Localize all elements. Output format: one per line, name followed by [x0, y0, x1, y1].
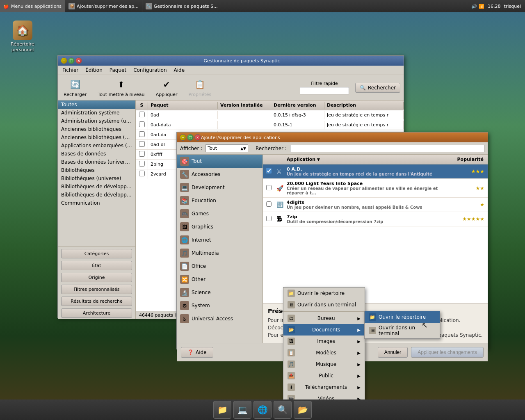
menu-aide[interactable]: Aide	[171, 66, 187, 74]
menu-configuration[interactable]: Configuration	[131, 66, 169, 74]
ctx-item-images[interactable]: 🖼 Images ▶	[283, 336, 365, 347]
ctx-item-ouvrir-rep[interactable]: 📁 Ouvrir le répertoire	[283, 288, 365, 299]
app-row-0ad[interactable]: ⚔ 0 A.D. Un jeu de stratégie en temps ré…	[263, 164, 488, 179]
submenu-item-ouvrir-rep[interactable]: 📁 Ouvrir le répertoire	[365, 311, 440, 323]
app-row-7zip[interactable]: 🗜 7zip Outil de compression/décompressio…	[263, 212, 488, 226]
pkg-check-0ad-da[interactable]	[139, 131, 145, 137]
rechercher-input[interactable]	[290, 145, 484, 152]
cat-office[interactable]: 📄 Office	[177, 260, 262, 273]
taskbar-btn-browser[interactable]: 🌐	[253, 401, 272, 419]
cat-tout[interactable]: 🎯 Tout	[177, 155, 262, 168]
col-paquet[interactable]: Paquet	[148, 102, 218, 109]
ctx-item-public[interactable]: 📤 Public ▶	[283, 370, 365, 381]
pkg-check-2vcard[interactable]	[139, 171, 145, 176]
sidebar-etat-btn[interactable]: État	[61, 261, 132, 270]
submenu-folder-icon: 📁	[369, 313, 376, 321]
sidebar-resultats-btn[interactable]: Résultats de recherche	[61, 297, 132, 306]
sidebar-filtres-btn[interactable]: Filtres personnalisés	[61, 285, 132, 294]
cat-internet[interactable]: 🌐 Internet	[177, 233, 262, 247]
sidebar-item-bases-db[interactable]: Bases de données	[58, 150, 135, 158]
toolbar-tout-mettre[interactable]: ⬆ Tout mettre à niveau	[95, 77, 147, 98]
col-latest[interactable]: Dernière version	[271, 102, 324, 109]
ctx-item-modeles[interactable]: 📋 Modèles ▶	[283, 347, 365, 358]
app-check-20000[interactable]	[266, 185, 272, 190]
taskbar-btn-folder[interactable]: 📂	[294, 401, 312, 419]
cat-graphics[interactable]: 🖼 Graphics	[177, 220, 262, 233]
app-row-20000[interactable]: 🚀 20.000 Light Years Into Space Créer un…	[263, 179, 488, 198]
menu-icon: 🍎	[3, 4, 9, 9]
sidebar-item-ancien-lib[interactable]: Anciennes bibliothèques	[58, 125, 135, 133]
col-app-name[interactable]: Application ▼	[283, 156, 447, 163]
sidebar-categories-btn[interactable]: Catégories	[61, 249, 132, 258]
app-check-4digits[interactable]	[266, 201, 272, 207]
sidebar-origine-btn[interactable]: Origine	[61, 273, 132, 282]
sidebar-item-biblio-univ[interactable]: Bibliothèques (universe)	[58, 174, 135, 183]
afficher-arrow-icon: ▲▼	[240, 146, 246, 151]
menu-fichier[interactable]: Fichier	[60, 66, 81, 74]
footer-help-btn[interactable]: ❓ Aide	[181, 347, 213, 358]
task-item-addremove[interactable]: 📦 Ajouter/supprimer des ap...	[65, 0, 142, 12]
pkg-row-0ad-data[interactable]: 0ad-data 0.0.15-1 Jeu de stratégie en te…	[136, 120, 404, 130]
app-menu-button[interactable]: 🍎 Menu des applications	[0, 0, 65, 12]
synaptic-close-btn[interactable]: ×	[75, 57, 82, 64]
cat-development[interactable]: 💻 Development	[177, 181, 262, 194]
pkg-check-2ping[interactable]	[139, 161, 145, 167]
cat-universal-access[interactable]: ♿ Universal Access	[177, 312, 262, 325]
cat-other[interactable]: 🔀 Other	[177, 273, 262, 286]
addremove-minimize-btn[interactable]: −	[180, 134, 186, 141]
col-app-pop[interactable]: Popularité	[447, 156, 488, 163]
annuler-button[interactable]: Annuler	[378, 347, 408, 358]
taskbar-btn-files[interactable]: 📁	[213, 401, 231, 419]
sidebar-item-biblio-dev[interactable]: Bibliothèques de développeme	[58, 183, 135, 191]
cat-multimedia[interactable]: 🎵 Multimedia	[177, 247, 262, 260]
ctx-item-terminal[interactable]: 🖥 Ouvrir dans un terminal	[283, 299, 365, 310]
ctx-item-documents[interactable]: 📂 Documents ▶	[283, 324, 365, 336]
cat-science[interactable]: 🔬 Science	[177, 286, 262, 299]
ctx-item-musique[interactable]: 🎵 Musique ▶	[283, 358, 365, 370]
app-check-7zip[interactable]	[266, 216, 272, 221]
synaptic-minimize-btn[interactable]: −	[61, 57, 67, 64]
cat-system[interactable]: ⚙ System	[177, 299, 262, 312]
toolbar-recharger[interactable]: 🔄 Recharger	[61, 77, 89, 98]
toolbar-proprietes[interactable]: 📋 Propriétés	[186, 77, 214, 98]
ctx-item-telechargements[interactable]: ⬇ Téléchargements ▶	[283, 381, 365, 393]
addremove-close-btn[interactable]: ×	[194, 134, 201, 141]
pkg-check-0xffff[interactable]	[139, 151, 145, 157]
submenu-item-terminal[interactable]: 🖥 Ouvrir dans un terminal	[365, 323, 440, 338]
menu-edition[interactable]: Édition	[83, 66, 105, 74]
col-installed[interactable]: Version installée	[218, 102, 271, 109]
taskbar-btn-terminal[interactable]: 💻	[233, 401, 251, 419]
synaptic-maximize-btn[interactable]: □	[68, 57, 75, 64]
filtre-input[interactable]	[300, 87, 349, 94]
sidebar-item-bases-db-univ[interactable]: Bases de données (universe)	[58, 158, 135, 166]
taskbar-btn-search[interactable]: 🔍	[274, 401, 292, 419]
addremove-maximize-btn[interactable]: □	[187, 134, 194, 141]
ctx-item-bureau[interactable]: 🗂 Bureau ▶	[283, 313, 365, 324]
sidebar-item-biblio-dev2[interactable]: Bibliothèques de développeme	[58, 191, 135, 199]
sidebar-item-comm[interactable]: Communication	[58, 199, 135, 207]
pkg-check-0ad-data[interactable]	[139, 121, 145, 127]
app-check-0ad[interactable]	[266, 168, 272, 173]
pkg-check-0ad-dl[interactable]	[139, 141, 145, 147]
cat-accessories[interactable]: 🔧 Accessories	[177, 168, 262, 181]
appliquer-changements-button[interactable]: Appliquer les changements	[411, 347, 484, 358]
desktop-icon-home[interactable]: 🏠 Répertoire personnel	[8, 21, 37, 53]
sidebar-item-ancien-lib-univ[interactable]: Anciennes bibliothèques (unive	[58, 133, 135, 142]
pkg-row-0ad[interactable]: 0ad 0.0.15+dfsg-3 Jeu de stratégie en te…	[136, 110, 404, 120]
afficher-combo[interactable]: Tout ▲▼	[205, 144, 248, 152]
sidebar-item-admin-sys[interactable]: Administration système	[58, 109, 135, 117]
task-item-synaptic[interactable]: 🔧 Gestionnaire de paquets S...	[142, 0, 221, 12]
cat-games[interactable]: 🎮 Games	[177, 207, 262, 220]
search-button[interactable]: 🔍 Rechercher	[355, 83, 400, 93]
sidebar-item-admin-sys-univ[interactable]: Administration système (univer	[58, 117, 135, 125]
toolbar-appliquer[interactable]: ✔ Appliquer	[153, 77, 180, 98]
sidebar-item-biblio[interactable]: Bibliothèques	[58, 166, 135, 174]
pkg-check-0ad[interactable]	[139, 112, 145, 117]
col-desc[interactable]: Description	[324, 102, 404, 109]
sidebar-item-toutes[interactable]: Toutes	[58, 100, 135, 109]
menu-paquet[interactable]: Paquet	[107, 66, 129, 74]
sidebar-architecture-btn[interactable]: Architecture	[61, 308, 132, 318]
app-row-4digits[interactable]: 🔢 4digits Un jeu pour deviner un nombre,…	[263, 198, 488, 212]
cat-education[interactable]: 📚 Education	[177, 194, 262, 207]
sidebar-item-apps-emb[interactable]: Applications embarquées (uni	[58, 142, 135, 150]
